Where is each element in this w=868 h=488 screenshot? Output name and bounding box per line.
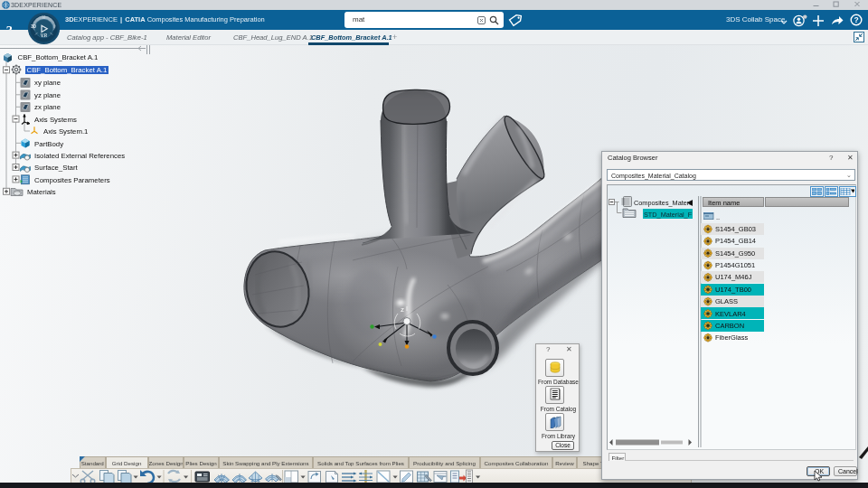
svg-text:Vr: Vr <box>42 15 47 20</box>
svg-text:3D: 3D <box>31 24 37 29</box>
svg-text:i: i <box>54 24 55 29</box>
svg-text:z: z <box>401 305 404 314</box>
svg-text:V.R: V.R <box>41 33 48 38</box>
